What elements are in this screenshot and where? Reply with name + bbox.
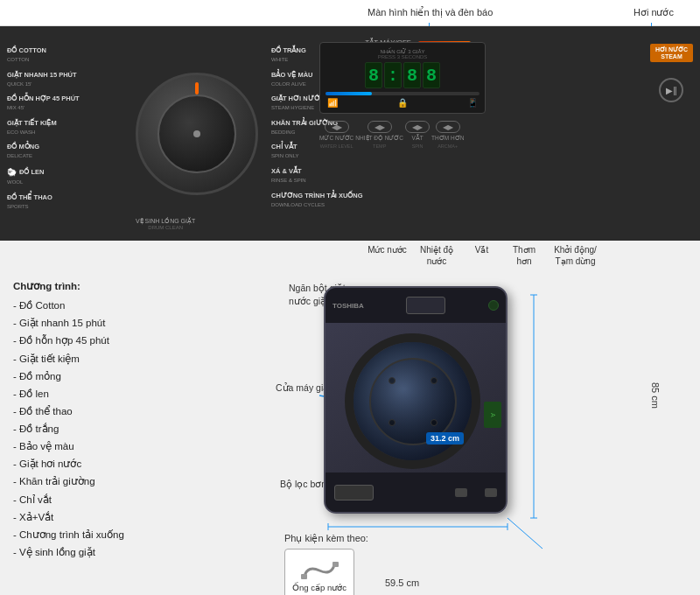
foot-left [455, 488, 467, 497]
dial-center-dot [193, 130, 200, 137]
water-level-btn[interactable]: ◀▶ MỨC NƯỚC WATER LEVEL [319, 121, 354, 149]
power-indicator [488, 300, 499, 311]
digit-1: 8 [365, 62, 382, 88]
svg-rect-11 [301, 574, 307, 579]
side-icons: HƠI NƯỚC STEAM ▶‖ [650, 44, 693, 102]
press-3s-label: NHẤN GIỮ 3 GIÂY PRESS 3 SECONDS [326, 48, 480, 60]
accessory-title: Phụ kiện kèm theo: [284, 533, 368, 544]
left-info-panel: Chương trình: - Đồ Cotton - Giặt nhanh 1… [0, 269, 271, 595]
digit-3: 8 [403, 62, 421, 88]
machine-door [345, 333, 480, 469]
phone-icon: 📱 [467, 98, 478, 108]
spin-btn[interactable]: ◀▶ VẮT SPIN [405, 121, 430, 149]
display-area: NHẤN GIỮ 3 GIÂY PRESS 3 SECONDS 8 : 8 8 … [319, 42, 556, 213]
hose-icon [298, 558, 341, 583]
program-quick15: GIẶT NHANH 15 PHÚT QUICK 15' [7, 70, 80, 89]
program-mix45: ĐỒ HỖN HỢP 45 PHÚT MIX 45' [7, 94, 80, 113]
display-screen: NHẤN GIỮ 3 GIÂY PRESS 3 SECONDS 8 : 8 8 … [319, 42, 486, 114]
accessory-label: Ống cấp nước [292, 583, 346, 592]
programs-title: Chương trình: [13, 277, 258, 295]
height-dimension: 85 cm [650, 382, 661, 409]
svg-rect-12 [332, 562, 339, 567]
start-pause-button[interactable]: ▶‖ [659, 78, 683, 102]
steam-annotation-label: Hơi nước [634, 7, 674, 18]
program-dial[interactable] [136, 73, 258, 195]
accessory-box: Ống cấp nước [284, 549, 354, 595]
width-dimension: 59.5 cm [385, 578, 419, 588]
progress-fill [326, 92, 372, 95]
water-level-ann: Mức nước [363, 244, 411, 267]
time-display: 8 : 8 8 [326, 62, 480, 88]
spin-ann: Vắt [462, 244, 501, 267]
temp-ann: Nhiệt độnước [411, 244, 462, 267]
control-panel: TẮT MÁY/OFF ĐỒ COTTON COTTON GIẶT NHANH … [0, 26, 700, 241]
steam-badge: HƠI NƯỚC STEAM [650, 44, 693, 62]
wifi-icon: 📶 [327, 98, 338, 108]
program-delicate: ĐỒ MỎNG DELICATE [7, 142, 80, 161]
dial-notch [195, 82, 199, 94]
lock-icon: 🔒 [397, 98, 408, 108]
drum-clean-label: VỆ SINH LỒNG GIẶT DRUM CLEAN [136, 218, 195, 230]
program-eco: GIẶT TIẾT KIỆM ECO WASH [7, 118, 80, 137]
program-cotton: ĐỒ COTTON COTTON [7, 46, 80, 65]
program-sports: ĐỒ THỂ THAO SPORTS [7, 192, 80, 212]
progress-bar [326, 92, 480, 95]
thom-ann: Thơmhơn [501, 244, 547, 267]
digit-4: 8 [423, 62, 440, 88]
accessory-section: Phụ kiện kèm theo: Ống cấp nước [284, 533, 368, 595]
temp-btn[interactable]: ◀▶ NHIỆT ĐỘ NƯỚC TEMP [355, 121, 403, 149]
top-annotation-bar: Màn hình hiển thị và đèn báo Hơi nước [0, 0, 700, 26]
program-wool: 🐑 ĐỒ LEN WOOL [7, 166, 80, 187]
detergent-drawer [406, 297, 445, 314]
energy-label: A [490, 413, 496, 417]
door-diameter-label: 31.2 cm [426, 432, 464, 444]
brand-logo: TOSHIBA [332, 302, 364, 310]
left-program-labels: ĐỒ COTTON COTTON GIẶT NHANH 15 PHÚT QUIC… [7, 46, 80, 217]
program-list: - Đồ Cotton - Giặt nhanh 15 phút - Đồ hỗ… [13, 297, 258, 561]
display-annotation-label: Màn hình hiển thị và đèn báo [368, 7, 493, 18]
foot-right [485, 488, 497, 497]
filter-component [334, 485, 374, 500]
machine-diagram-area: Ngăn bột giặt, nước giặt, nước xả [271, 269, 700, 595]
start-ann: Khởi động/Tạm dừng [547, 244, 604, 267]
thom-btn[interactable]: ◀▶ THƠM HƠN ARCMA+ [431, 121, 464, 149]
digit-2: : [384, 62, 402, 88]
washing-machine-body: TOSHIBA [324, 286, 516, 527]
